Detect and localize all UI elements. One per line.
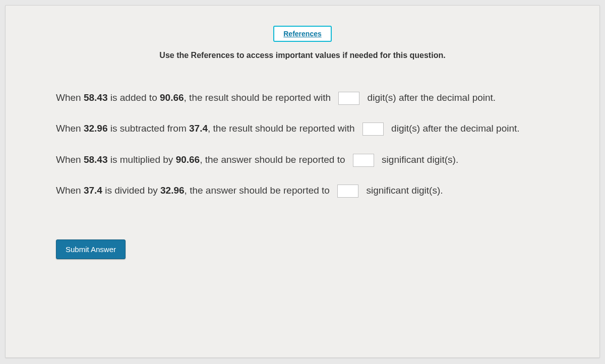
q3-text-mid1: is multiplied by [107, 154, 175, 165]
q2-answer-input[interactable] [362, 123, 384, 136]
q4-num2: 32.96 [160, 185, 185, 196]
q1-text-mid2: , the result should be reported with [184, 92, 334, 103]
q3-text-post: significant digit(s). [379, 154, 458, 165]
question-4: When 37.4 is divided by 32.96, the answe… [56, 183, 549, 198]
q2-text-pre: When [56, 123, 84, 134]
q4-text-mid2: , the answer should be reported to [185, 185, 333, 196]
q4-text-mid1: is divided by [102, 185, 160, 196]
q4-text-pre: When [56, 185, 84, 196]
question-panel: References Use the References to access … [5, 5, 600, 358]
q1-num2: 90.66 [160, 92, 184, 103]
instruction-text: Use the References to access important v… [6, 51, 599, 60]
q3-text-pre: When [56, 154, 84, 165]
q3-num1: 58.43 [84, 154, 108, 165]
references-button[interactable]: References [273, 26, 332, 42]
q1-answer-input[interactable] [338, 92, 359, 105]
q2-num2: 37.4 [189, 123, 208, 134]
q2-text-post: digit(s) after the decimal point. [389, 123, 520, 134]
q1-text-mid1: is added to [107, 92, 160, 103]
header-section: References Use the References to access … [6, 6, 599, 60]
questions-body: When 58.43 is added to 90.66, the result… [6, 60, 599, 229]
q3-text-mid2: , the answer should be reported to [200, 154, 348, 165]
q2-num1: 32.96 [84, 123, 108, 134]
submit-answer-button[interactable]: Submit Answer [56, 239, 126, 259]
q2-text-mid1: is subtracted from [107, 123, 189, 134]
q1-text-post: digit(s) after the decimal point. [365, 92, 496, 103]
q4-text-post: significant digit(s). [364, 185, 443, 196]
q1-text-pre: When [56, 92, 84, 103]
question-3: When 58.43 is multiplied by 90.66, the a… [56, 152, 549, 167]
q4-num1: 37.4 [84, 185, 102, 196]
q4-answer-input[interactable] [337, 185, 358, 198]
q3-answer-input[interactable] [353, 154, 374, 167]
q3-num2: 90.66 [176, 154, 200, 165]
question-2: When 32.96 is subtracted from 37.4, the … [56, 121, 549, 136]
q1-num1: 58.43 [84, 92, 108, 103]
q2-text-mid2: , the result should be reported with [208, 123, 357, 134]
question-1: When 58.43 is added to 90.66, the result… [56, 90, 549, 105]
